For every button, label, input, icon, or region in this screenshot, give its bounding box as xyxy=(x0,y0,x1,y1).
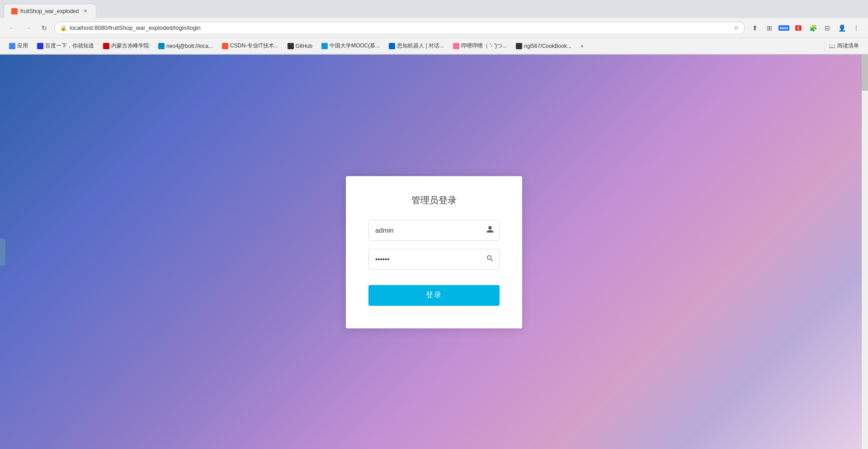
tab-grid-icon[interactable]: ⊟ xyxy=(821,22,834,34)
password-toggle-icon[interactable] xyxy=(486,254,494,264)
login-button[interactable]: 登录 xyxy=(368,285,500,306)
bookmark-label: 哔哩哔哩（ '- ')つ... xyxy=(461,42,507,50)
menu-icon[interactable]: ⋮ xyxy=(850,22,863,34)
more-bookmarks-button[interactable]: » xyxy=(577,41,587,51)
scrollbar-thumb[interactable] xyxy=(862,55,868,91)
reading-list-icon: 📖 xyxy=(829,43,835,49)
bookmark-label: 中国大学MOOC(慕... xyxy=(330,42,380,50)
password-input[interactable] xyxy=(368,249,500,270)
bookmark-favicon xyxy=(158,43,165,49)
user-icon xyxy=(486,225,494,235)
browser-chrome: fruitShop_war_exploded ✕ ← → ↻ 🔒 localho… xyxy=(0,0,868,55)
bookmark-favicon xyxy=(288,43,294,49)
tab-title: fruitShop_war_exploded xyxy=(20,8,79,14)
bookmark-zhihu[interactable]: 思知机器人 | 对话... xyxy=(385,40,448,51)
share-icon[interactable]: ⬆ xyxy=(749,22,761,34)
bookmark-label: neo4j@bolt://loca... xyxy=(166,43,213,49)
bookmark-github[interactable]: GitHub xyxy=(284,41,316,51)
star-icon[interactable]: ☆ xyxy=(734,24,739,31)
browser-tabs: fruitShop_war_exploded ✕ xyxy=(0,0,868,18)
bookmark-bili[interactable]: 哔哩哔哩（ '- ')つ... xyxy=(449,40,510,51)
browser-tab-active[interactable]: fruitShop_war_exploded ✕ xyxy=(4,4,96,18)
username-input-group xyxy=(368,220,500,241)
refresh-button[interactable]: ↻ xyxy=(38,22,51,34)
bookmark-favicon xyxy=(37,43,43,49)
profile-icon[interactable]: 👤 xyxy=(835,22,848,34)
side-handle xyxy=(0,239,5,266)
reading-list-label: 阅读清单 xyxy=(837,42,859,50)
bookmark-neo4j[interactable]: neo4j@bolt://loca... xyxy=(155,41,217,51)
bookmark-csdn[interactable]: CSDN-专业IT技术... xyxy=(218,40,282,51)
bookmark-favicon xyxy=(222,43,228,49)
toolbar-icons: ⬆ ⊞ New 1 🧩 ⊟ 👤 ⋮ xyxy=(749,22,863,34)
tab-close-button[interactable]: ✕ xyxy=(81,8,89,15)
address-text: localhost:8080/fruitShop_war_exploded/lo… xyxy=(70,24,731,31)
bookmark-favicon xyxy=(9,43,15,49)
bookmark-favicon xyxy=(453,43,459,49)
new-badge: New xyxy=(778,25,790,31)
lock-icon: 🔒 xyxy=(60,25,67,31)
bookmark-label: ngl567/CookBook... xyxy=(524,43,571,49)
puzzle-icon[interactable]: 🧩 xyxy=(807,22,819,34)
bookmark-label: GitHub xyxy=(296,43,312,49)
bookmark-label: 应用 xyxy=(17,42,28,50)
address-bar[interactable]: 🔒 localhost:8080/fruitShop_war_exploded/… xyxy=(54,22,745,34)
bookmark-label: CSDN-专业IT技术... xyxy=(230,42,278,50)
forward-button[interactable]: → xyxy=(22,22,34,34)
scrollbar[interactable] xyxy=(862,55,868,449)
bookmark-favicon xyxy=(389,43,395,49)
bookmark-favicon xyxy=(103,43,109,49)
bookmark-cookbook[interactable]: ngl567/CookBook... xyxy=(512,41,575,51)
bookmark-mooc[interactable]: 中国大学MOOC(慕... xyxy=(318,40,383,51)
bookmark-nmg[interactable]: 内蒙古赤峰学院 xyxy=(99,40,153,51)
reading-list-button[interactable]: 📖 阅读清单 xyxy=(825,40,863,51)
bookmark-label: 思知机器人 | 对话... xyxy=(397,42,444,50)
bookmark-favicon xyxy=(321,43,328,49)
login-title: 管理员登录 xyxy=(368,194,500,206)
bookmark-favicon xyxy=(516,43,522,49)
notification-badge: 1 xyxy=(795,25,801,31)
page-background: 管理员登录 登录 xyxy=(0,55,868,449)
bookmark-label: 百度一下，你就知道 xyxy=(45,42,94,50)
password-input-group xyxy=(368,249,500,270)
bookmarks-bar: 应用 百度一下，你就知道 内蒙古赤峰学院 neo4j@bolt://loca..… xyxy=(0,38,868,54)
new-badge-container: New xyxy=(778,22,790,34)
bookmark-apps[interactable]: 应用 xyxy=(5,40,32,51)
back-button[interactable]: ← xyxy=(5,22,18,34)
tab-favicon xyxy=(11,8,18,14)
username-input[interactable] xyxy=(368,220,500,241)
notifications-icon[interactable]: 1 xyxy=(792,22,805,34)
extensions-icon[interactable]: ⊞ xyxy=(763,22,776,34)
browser-toolbar: ← → ↻ 🔒 localhost:8080/fruitShop_war_exp… xyxy=(0,18,868,38)
bookmark-label: 内蒙古赤峰学院 xyxy=(111,42,149,50)
bookmark-baidu[interactable]: 百度一下，你就知道 xyxy=(33,40,98,51)
login-card: 管理员登录 登录 xyxy=(346,176,522,328)
